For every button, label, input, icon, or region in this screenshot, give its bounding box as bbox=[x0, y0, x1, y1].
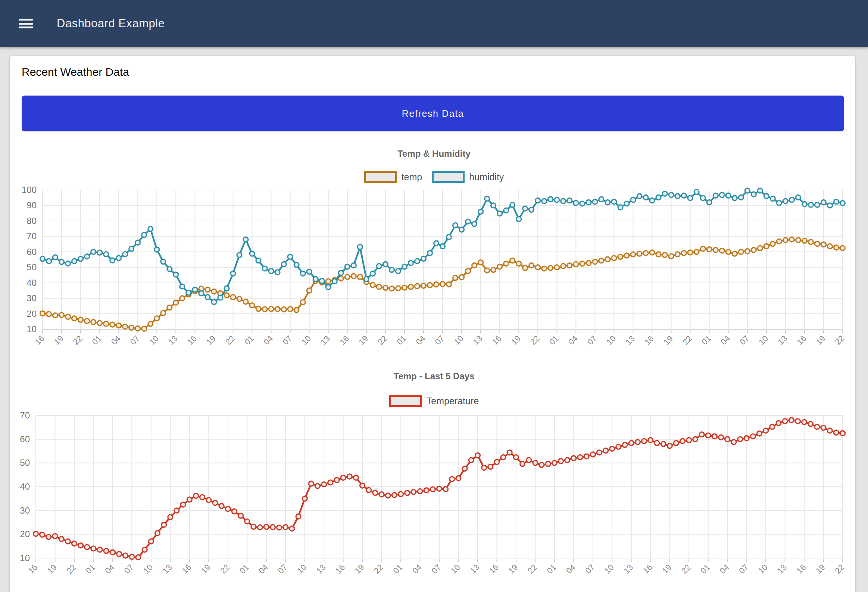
svg-text:13: 13 bbox=[471, 334, 484, 347]
svg-text:04: 04 bbox=[257, 562, 270, 576]
chart1-title: Temp & Humidity bbox=[0, 149, 868, 159]
svg-text:01: 01 bbox=[395, 334, 408, 347]
svg-text:04: 04 bbox=[410, 562, 424, 576]
page-title: Recent Weather Data bbox=[22, 66, 129, 78]
svg-text:16: 16 bbox=[795, 562, 808, 576]
svg-text:40: 40 bbox=[20, 481, 30, 492]
svg-text:13: 13 bbox=[624, 334, 637, 347]
svg-text:19: 19 bbox=[814, 334, 827, 347]
svg-text:60: 60 bbox=[20, 434, 30, 444]
refresh-data-button[interactable]: Refresh Data bbox=[22, 96, 844, 131]
svg-text:50: 50 bbox=[27, 262, 37, 272]
svg-text:22: 22 bbox=[223, 334, 236, 347]
svg-text:01: 01 bbox=[698, 562, 712, 576]
humidity-swatch bbox=[432, 171, 465, 183]
svg-text:07: 07 bbox=[123, 562, 136, 576]
legend-item-temp[interactable]: temp bbox=[364, 171, 422, 183]
svg-text:04: 04 bbox=[414, 334, 427, 347]
svg-text:07: 07 bbox=[128, 334, 142, 347]
svg-text:10: 10 bbox=[603, 562, 616, 576]
svg-text:16: 16 bbox=[795, 334, 808, 347]
svg-text:22: 22 bbox=[65, 562, 78, 576]
svg-text:07: 07 bbox=[280, 334, 294, 347]
svg-text:01: 01 bbox=[700, 334, 713, 347]
svg-text:19: 19 bbox=[353, 562, 366, 576]
svg-text:04: 04 bbox=[719, 334, 732, 347]
svg-text:04: 04 bbox=[109, 334, 123, 347]
legend-label: temp bbox=[402, 172, 422, 183]
svg-text:19: 19 bbox=[661, 334, 675, 347]
svg-text:13: 13 bbox=[775, 562, 788, 576]
svg-text:16: 16 bbox=[180, 562, 193, 576]
svg-text:04: 04 bbox=[564, 562, 577, 576]
svg-text:19: 19 bbox=[205, 334, 217, 347]
menu-icon[interactable] bbox=[19, 19, 33, 28]
svg-text:07: 07 bbox=[276, 562, 289, 576]
svg-text:19: 19 bbox=[199, 562, 213, 576]
svg-text:07: 07 bbox=[583, 562, 596, 576]
svg-text:13: 13 bbox=[167, 334, 180, 347]
svg-text:10: 10 bbox=[300, 334, 313, 347]
temp-humidity-chart[interactable]: 1009080706050403020101619220104071013161… bbox=[0, 179, 868, 354]
svg-text:19: 19 bbox=[814, 562, 827, 576]
svg-text:19: 19 bbox=[509, 334, 523, 347]
svg-text:22: 22 bbox=[376, 334, 389, 347]
svg-text:01: 01 bbox=[548, 334, 561, 347]
svg-text:13: 13 bbox=[776, 334, 789, 347]
svg-text:07: 07 bbox=[430, 562, 443, 576]
svg-text:04: 04 bbox=[718, 562, 731, 576]
app-title: Dashboard Example bbox=[57, 17, 165, 30]
svg-text:16: 16 bbox=[487, 562, 500, 576]
svg-text:10: 10 bbox=[449, 562, 462, 576]
temperature-chart[interactable]: 7060504030201016192201040710131619220104… bbox=[0, 403, 868, 592]
legend-item-temperature[interactable]: Temperature bbox=[389, 395, 479, 407]
svg-text:07: 07 bbox=[433, 334, 446, 347]
svg-text:07: 07 bbox=[586, 334, 599, 347]
svg-text:22: 22 bbox=[526, 562, 539, 576]
svg-text:70: 70 bbox=[27, 231, 37, 241]
svg-text:16: 16 bbox=[334, 562, 347, 576]
svg-text:70: 70 bbox=[20, 410, 30, 420]
temperature-swatch bbox=[389, 395, 422, 407]
svg-text:01: 01 bbox=[84, 562, 97, 576]
svg-text:10: 10 bbox=[452, 334, 465, 347]
svg-text:13: 13 bbox=[314, 562, 328, 576]
legend-item-humidity[interactable]: humidity bbox=[432, 171, 504, 183]
svg-text:13: 13 bbox=[468, 562, 481, 576]
svg-text:22: 22 bbox=[218, 562, 231, 576]
legend-label: Temperature bbox=[427, 396, 479, 406]
svg-text:100: 100 bbox=[22, 185, 37, 195]
svg-text:16: 16 bbox=[643, 334, 655, 347]
svg-text:07: 07 bbox=[737, 562, 750, 576]
temp-swatch bbox=[364, 171, 397, 183]
svg-text:16: 16 bbox=[338, 334, 351, 347]
svg-text:22: 22 bbox=[372, 562, 385, 576]
svg-text:19: 19 bbox=[660, 562, 673, 576]
svg-text:19: 19 bbox=[46, 562, 59, 576]
svg-text:04: 04 bbox=[103, 562, 116, 576]
svg-text:22: 22 bbox=[71, 334, 84, 347]
chart2-legend: Temperature bbox=[0, 395, 868, 407]
svg-text:30: 30 bbox=[27, 293, 37, 303]
svg-text:16: 16 bbox=[27, 562, 40, 576]
svg-text:04: 04 bbox=[567, 334, 580, 347]
svg-text:22: 22 bbox=[833, 562, 846, 576]
legend-label: humidity bbox=[469, 172, 504, 183]
svg-text:13: 13 bbox=[622, 562, 635, 576]
svg-text:19: 19 bbox=[52, 334, 65, 347]
svg-text:16: 16 bbox=[186, 334, 199, 347]
svg-text:10: 10 bbox=[757, 334, 770, 347]
svg-text:22: 22 bbox=[679, 562, 692, 576]
svg-text:60: 60 bbox=[27, 247, 37, 257]
svg-text:50: 50 bbox=[20, 458, 30, 468]
svg-text:16: 16 bbox=[33, 334, 46, 347]
svg-text:10: 10 bbox=[295, 562, 308, 576]
svg-text:22: 22 bbox=[528, 334, 542, 347]
chart2-title: Temp - Last 5 Days bbox=[0, 371, 868, 381]
svg-text:07: 07 bbox=[738, 334, 751, 347]
svg-text:10: 10 bbox=[27, 324, 37, 334]
svg-text:10: 10 bbox=[148, 334, 161, 347]
svg-text:20: 20 bbox=[27, 309, 37, 319]
svg-text:13: 13 bbox=[161, 562, 174, 576]
svg-text:01: 01 bbox=[391, 562, 404, 576]
